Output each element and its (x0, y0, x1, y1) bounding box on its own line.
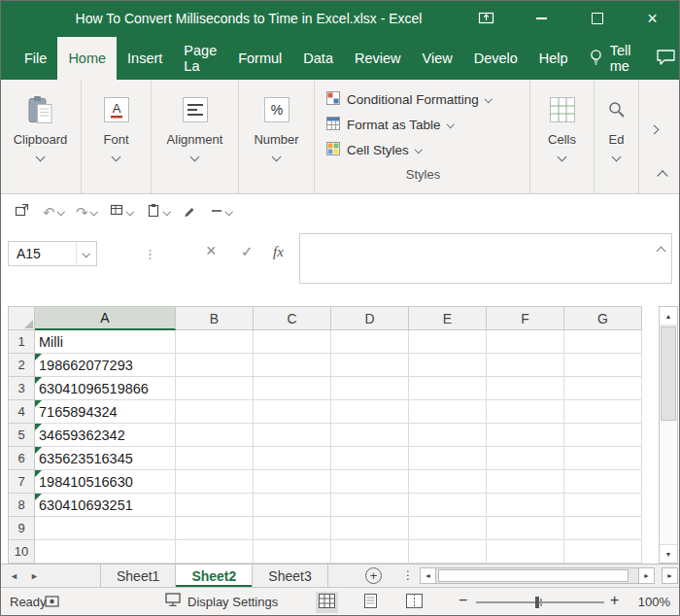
cancel-button[interactable]: × (206, 242, 217, 259)
cell-C2[interactable] (254, 354, 331, 377)
cell-G10[interactable] (564, 540, 642, 564)
collapse-ribbon-button[interactable] (659, 166, 666, 184)
ribbon-tab-page-la[interactable]: Page La (173, 37, 227, 80)
row-header-5[interactable]: 5 (8, 424, 35, 447)
cell-E2[interactable] (409, 354, 487, 377)
cell-B2[interactable] (176, 354, 254, 377)
column-header-f[interactable]: F (487, 306, 564, 330)
conditional-formatting-button[interactable]: Conditional Formatting (326, 86, 491, 112)
normal-view-button[interactable] (316, 592, 338, 613)
cell-F6[interactable] (487, 447, 564, 470)
sheet-tab-sheet1[interactable]: Sheet1 (100, 565, 176, 587)
scroll-right-button[interactable]: ► (638, 567, 655, 584)
cell-D5[interactable] (331, 424, 409, 447)
pen-mode-button[interactable] (178, 199, 201, 224)
cell-A1[interactable]: Milli (35, 330, 176, 354)
font-group-button[interactable]: A Font (82, 80, 152, 193)
paste-dropdown-button[interactable] (142, 199, 174, 224)
vertical-scrollbar[interactable]: ▲ ▼ (659, 306, 678, 564)
cell-A7[interactable]: 198410516630 (35, 470, 176, 494)
cell-D10[interactable] (331, 540, 409, 564)
ribbon-tab-review[interactable]: Review (344, 37, 412, 80)
cell-G5[interactable] (564, 424, 642, 447)
number-group-button[interactable]: % Number (239, 80, 315, 193)
table-dropdown-button[interactable] (105, 199, 137, 224)
cell-A4[interactable]: 7165894324 (35, 400, 176, 424)
horizontal-scroll-track[interactable] (436, 567, 638, 584)
enter-button[interactable]: ✓ (241, 244, 254, 258)
minimize-button[interactable] (514, 0, 569, 37)
ribbon-tab-develo[interactable]: Develo (463, 37, 528, 80)
cell-F8[interactable] (487, 494, 564, 517)
column-header-g[interactable]: G (564, 306, 642, 330)
cell-F10[interactable] (487, 540, 564, 564)
cell-B5[interactable] (176, 424, 254, 447)
ribbon-tab-insert[interactable]: Insert (117, 37, 173, 80)
cell-C10[interactable] (254, 540, 331, 564)
zoom-in-button[interactable]: + (610, 593, 619, 608)
cell-E10[interactable] (409, 540, 487, 564)
maximize-button[interactable] (569, 0, 625, 37)
customize-toolbar-button[interactable] (206, 200, 236, 223)
ribbon-tab-file[interactable]: File (14, 37, 57, 80)
close-button[interactable]: × (625, 0, 680, 37)
vertical-scroll-thumb[interactable] (661, 326, 676, 421)
cell-B3[interactable] (176, 377, 254, 400)
cell-E9[interactable] (409, 517, 487, 540)
zoom-slider-thumb[interactable] (535, 597, 539, 608)
column-header-a[interactable]: A (35, 306, 176, 330)
row-header-9[interactable]: 9 (8, 517, 35, 540)
next-sheet-button[interactable]: ► (30, 571, 39, 581)
ribbon-display-options-button[interactable] (459, 0, 514, 37)
format-as-table-button[interactable]: Format as Table (326, 112, 491, 137)
cell-F3[interactable] (487, 377, 564, 400)
insert-function-button[interactable]: fx (273, 244, 284, 260)
cell-B9[interactable] (176, 517, 254, 540)
cell-A6[interactable]: 635623516345 (35, 447, 176, 470)
cell-D1[interactable] (331, 330, 409, 354)
sheet-tab-sheet2[interactable]: Sheet2 (176, 565, 253, 587)
cell-G2[interactable] (564, 354, 642, 377)
cell-C7[interactable] (254, 470, 331, 494)
cell-A10[interactable] (35, 540, 176, 564)
cell-B1[interactable] (176, 330, 254, 354)
tab-strip-options[interactable]: ⋮ (402, 568, 414, 582)
row-header-2[interactable]: 2 (8, 354, 35, 377)
cell-F9[interactable] (487, 517, 564, 540)
scroll-left-button[interactable]: ◄ (420, 567, 436, 584)
cell-E1[interactable] (409, 330, 487, 354)
cell-C8[interactable] (254, 494, 331, 517)
cell-E6[interactable] (409, 447, 487, 470)
cell-E5[interactable] (409, 424, 487, 447)
scroll-up-button[interactable]: ▲ (660, 307, 677, 325)
comments-button[interactable] (640, 37, 680, 80)
cell-F2[interactable] (487, 354, 564, 377)
cell-D4[interactable] (331, 400, 409, 424)
horizontal-scrollbar[interactable]: ◄ ► (420, 567, 655, 584)
editing-group-button[interactable]: Ed (595, 80, 639, 193)
cell-F1[interactable] (487, 330, 564, 354)
scroll-down-button[interactable]: ▼ (660, 544, 677, 563)
row-header-10[interactable]: 10 (8, 540, 35, 564)
cell-C4[interactable] (254, 400, 331, 424)
cell-G9[interactable] (564, 517, 642, 540)
ribbon-tab-data[interactable]: Data (292, 37, 344, 80)
formula-input[interactable] (299, 233, 672, 284)
select-all-corner[interactable] (8, 306, 35, 330)
cell-A3[interactable]: 63041096519866 (35, 377, 176, 400)
cell-B8[interactable] (176, 494, 254, 517)
tell-me-button[interactable]: Tell me (579, 37, 641, 80)
zoom-slider[interactable] (476, 596, 604, 608)
cell-A5[interactable]: 34659362342 (35, 424, 176, 447)
page-layout-view-button[interactable] (359, 592, 382, 613)
cell-D9[interactable] (331, 517, 409, 540)
cell-G7[interactable] (564, 470, 642, 494)
column-header-c[interactable]: C (254, 306, 331, 330)
cell-B7[interactable] (176, 470, 254, 494)
ribbon-scroll-right-icon[interactable] (650, 125, 660, 135)
row-header-6[interactable]: 6 (8, 447, 35, 470)
ribbon-tab-home[interactable]: Home (57, 37, 117, 80)
cell-E4[interactable] (409, 400, 487, 424)
cell-A8[interactable]: 630410693251 (35, 494, 176, 517)
cell-E3[interactable] (409, 377, 487, 400)
